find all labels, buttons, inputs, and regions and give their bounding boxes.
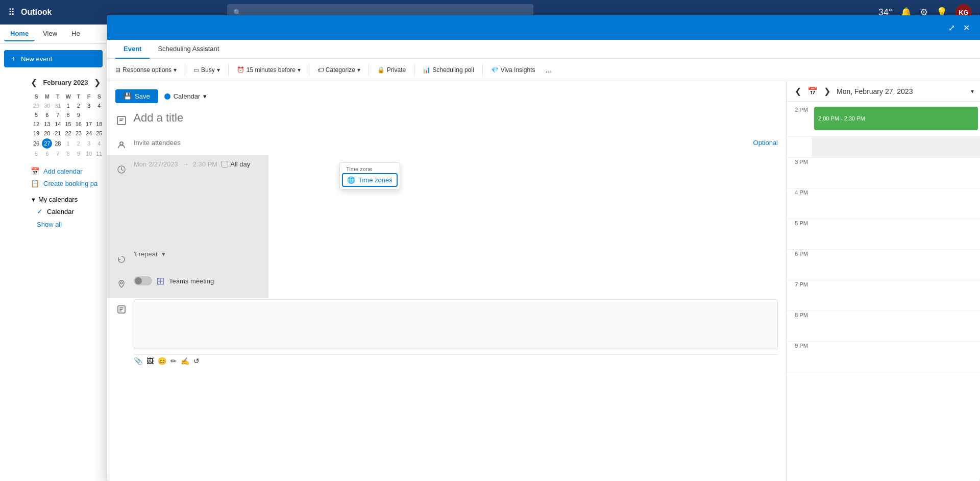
cal-day[interactable]: 21 (53, 129, 62, 137)
cal-day[interactable]: 3 (84, 138, 93, 149)
cal-day[interactable] (94, 111, 104, 119)
cal-day[interactable]: 1 (64, 102, 73, 110)
gray-overlay (107, 155, 268, 298)
time-slot-content-3pm (812, 158, 980, 178)
plus-icon: ＋ (10, 54, 17, 63)
poll-icon: 📊 (423, 66, 430, 74)
cal-day[interactable]: 16 (74, 120, 83, 128)
attach-button[interactable]: 📎 (134, 357, 142, 365)
my-calendars-header[interactable]: ▼ My calendars (31, 196, 101, 203)
nav-tabs: Home View He (0, 25, 107, 44)
title-input[interactable] (133, 111, 778, 125)
cal-day[interactable]: 10 (84, 150, 93, 158)
body-textarea[interactable] (134, 299, 778, 350)
cal-day[interactable]: 7 (53, 111, 62, 119)
cal-day[interactable]: 7 (53, 150, 62, 158)
private-label: Private (387, 66, 406, 74)
cal-day[interactable]: 8 (64, 111, 73, 119)
timezone-tooltip: Time zone 🌐 Time zones (339, 162, 400, 189)
next-day-button[interactable]: ❯ (822, 85, 832, 97)
calendar-dot (164, 93, 170, 100)
tab-event[interactable]: Event (115, 40, 150, 59)
viva-insights-button[interactable]: 💎 Viva Insights (487, 64, 540, 76)
cal-day[interactable]: 15 (64, 120, 73, 128)
attendees-icon (115, 139, 128, 151)
chevron-right-icon[interactable]: ❯ (94, 78, 101, 87)
cal-day[interactable]: 9 (74, 150, 83, 158)
cal-day[interactable]: 30 (42, 102, 52, 110)
show-all-link[interactable]: Show all (37, 220, 101, 229)
calendar-selector[interactable]: Calendar ▾ (164, 92, 207, 100)
emoji-button[interactable]: 😊 (158, 357, 166, 365)
timezone-button-label: Time zones (358, 176, 393, 184)
cal-day[interactable]: 24 (84, 129, 93, 137)
cal-day[interactable]: 22 (64, 129, 73, 137)
new-event-button[interactable]: ＋ New event (4, 50, 103, 67)
optional-link[interactable]: Optional (753, 139, 778, 147)
cal-day[interactable]: 14 (53, 120, 62, 128)
event-block[interactable]: 2:00 PM - 2:30 PM (814, 107, 978, 130)
prev-day-button[interactable]: ❮ (793, 85, 803, 97)
cal-day[interactable]: 1 (64, 138, 73, 149)
attendees-input[interactable] (134, 136, 753, 150)
cal-day[interactable]: 12 (32, 120, 41, 128)
form-actions: 💾 Save Calendar ▾ (115, 89, 778, 103)
time-slots: 2 PM 2:00 PM - 2:30 PM 3 PM 4 PM (787, 102, 980, 481)
private-button[interactable]: 🔒 Private (373, 64, 410, 76)
busy-button[interactable]: ▭ Busy ▾ (189, 64, 224, 76)
cal-day[interactable]: 11 (94, 150, 104, 158)
cal-day[interactable]: 13 (42, 120, 52, 128)
cal-day-today[interactable]: 27 (42, 138, 52, 149)
response-options-button[interactable]: ⊟ Response options ▾ (111, 64, 181, 76)
cal-day[interactable]: 8 (64, 150, 73, 158)
cal-day[interactable]: 29 (32, 102, 41, 110)
image-button[interactable]: 🖼 (146, 357, 154, 365)
cal-day[interactable]: 23 (74, 129, 83, 137)
cal-day[interactable]: 6 (42, 150, 52, 158)
more-options-button[interactable]: ... (541, 63, 556, 77)
cal-day[interactable]: 25 (94, 129, 104, 137)
busy-slot (812, 137, 980, 157)
cal-day[interactable]: 9 (74, 111, 83, 119)
app-grid-icon[interactable]: ⠿ (8, 7, 15, 18)
cal-day[interactable]: 6 (42, 111, 52, 119)
save-button[interactable]: 💾 Save (115, 89, 158, 103)
cal-day[interactable]: 19 (32, 129, 41, 137)
calendar-item[interactable]: ✓ Calendar (37, 207, 101, 215)
time-label-6pm: 6 PM (787, 250, 812, 258)
cal-day[interactable]: 4 (94, 138, 104, 149)
cal-day[interactable]: 28 (53, 138, 62, 149)
cal-day[interactable] (84, 111, 93, 119)
draw-button[interactable]: ✏ (170, 357, 177, 365)
tab-view[interactable]: View (37, 27, 63, 41)
close-icon[interactable]: ✕ (961, 21, 972, 35)
cal-day[interactable]: 20 (42, 129, 52, 137)
cal-day[interactable]: 18 (94, 120, 104, 128)
time-slot-content-5pm (812, 219, 980, 239)
signature-button[interactable]: ✍ (181, 357, 189, 365)
tab-he[interactable]: He (65, 27, 86, 41)
expand-icon[interactable]: ⤢ (946, 21, 957, 35)
cal-day[interactable]: 31 (53, 102, 62, 110)
categorize-button[interactable]: 🏷 Categorize ▾ (313, 64, 364, 76)
reminder-button[interactable]: ⏰ 15 minutes before ▾ (233, 64, 305, 76)
add-calendar-link[interactable]: 📅 Add calendar (31, 167, 101, 175)
time-label-5pm: 5 PM (787, 219, 812, 227)
cal-day[interactable]: 3 (84, 102, 93, 110)
cal-day[interactable]: 17 (84, 120, 93, 128)
chevron-left-icon[interactable]: ❮ (31, 78, 37, 87)
tab-home[interactable]: Home (4, 27, 35, 41)
cal-day[interactable]: 5 (32, 150, 41, 158)
loop-button[interactable]: ↺ (193, 357, 200, 365)
cal-day[interactable]: 5 (32, 111, 41, 119)
date-chevron-down-icon[interactable]: ▾ (971, 88, 974, 95)
cal-day[interactable]: 26 (32, 138, 41, 149)
create-booking-link[interactable]: 📋 Create booking pa (31, 179, 101, 187)
scheduling-poll-button[interactable]: 📊 Scheduling poll (419, 64, 478, 76)
cal-day[interactable]: 2 (74, 102, 83, 110)
cal-day[interactable]: 2 (74, 138, 83, 149)
timezone-button[interactable]: 🌐 Time zones (342, 173, 398, 187)
event-toolbar: ⊟ Response options ▾ ▭ Busy ▾ ⏰ 15 minut… (107, 59, 980, 81)
cal-day[interactable]: 4 (94, 102, 104, 110)
tab-scheduling-assistant[interactable]: Scheduling Assistant (150, 40, 227, 59)
